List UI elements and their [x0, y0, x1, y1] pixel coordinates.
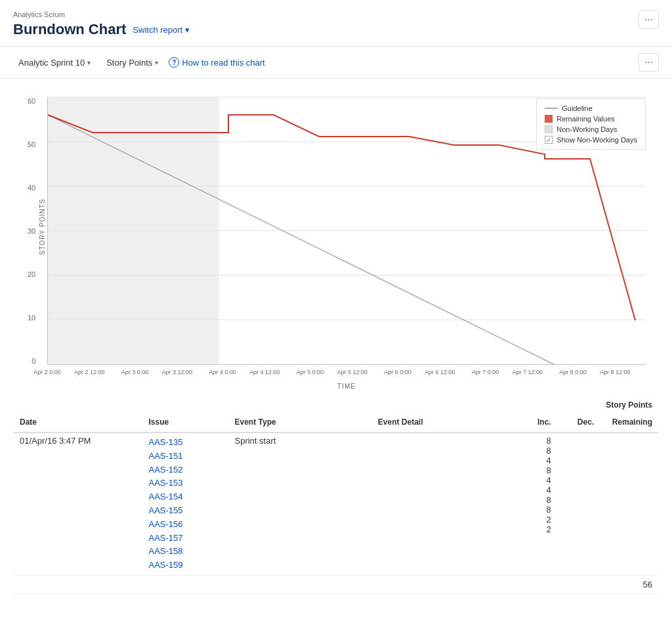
col-header-remaining: Remaining: [600, 412, 659, 433]
x-tick: Apr 2 0:00: [33, 369, 61, 375]
totals-event-detail: [371, 575, 514, 593]
legend-remaining-label: Remaining Values: [556, 115, 614, 123]
x-tick: Apr 7 12:00: [513, 369, 543, 375]
table-section: Story Points Date Issue Event Type Event…: [0, 400, 672, 607]
non-working-icon: [545, 125, 553, 133]
x-tick: Apr 5 0:00: [297, 369, 324, 375]
x-tick: Apr 6 0:00: [384, 369, 411, 375]
how-to-read-label: How to read this chart: [182, 58, 264, 68]
story-points-header: Story Points: [13, 400, 659, 412]
chart-wrapper: STORY POINTS 0 10 20 30 40 50 60: [13, 92, 659, 394]
toolbar: Analytic Sprint 10 ▾ Story Points ▾ ? Ho…: [0, 47, 672, 79]
guideline-icon: [545, 108, 558, 109]
x-tick: Apr 7 0:00: [472, 369, 499, 375]
chart-legend: Guideline Remaining Values Non-Working D…: [536, 98, 646, 150]
show-non-working-checkbox[interactable]: ✓: [545, 136, 553, 144]
switch-report-button[interactable]: Switch report ▾: [133, 25, 189, 35]
x-tick-container: Apr 2 0:00 Apr 2 12:00 Apr 3 0:00 Apr 3 …: [47, 369, 646, 375]
col-header-date: Date: [13, 412, 142, 433]
x-tick: Apr 6 12:00: [425, 369, 455, 375]
issue-link[interactable]: AAS-158: [149, 545, 222, 559]
metric-caret: ▾: [155, 59, 158, 66]
col-header-inc: Inc.: [514, 412, 558, 433]
legend-guideline-label: Guideline: [562, 104, 592, 112]
totals-date: [13, 575, 142, 593]
totals-row: 56: [13, 575, 659, 593]
totals-event-type: [228, 575, 371, 593]
event-date: 01/Apr/16 3:47 PM: [13, 433, 142, 575]
col-header-issue: Issue: [142, 412, 228, 433]
sprint-label: Analytic Sprint 10: [18, 58, 85, 68]
x-tick: Apr 8 0:00: [559, 369, 587, 375]
supertitle: Analytics Scrum: [13, 11, 659, 18]
totals-remaining: 56: [600, 575, 659, 593]
page-title: Burndown Chart: [13, 21, 126, 38]
legend-remaining: Remaining Values: [545, 115, 637, 123]
remaining-icon: [545, 115, 553, 123]
metric-selector[interactable]: Story Points ▾: [101, 55, 163, 70]
legend-non-working: Non-Working Days: [545, 125, 637, 133]
x-tick: Apr 2 12:00: [74, 369, 105, 375]
col-header-event-detail: Event Detail: [371, 412, 514, 433]
show-non-working-label: Show Non-Working Days: [556, 136, 637, 144]
legend-show-non-working[interactable]: ✓ Show Non-Working Days: [545, 136, 637, 144]
event-detail: [371, 433, 514, 575]
legend-guideline: Guideline: [545, 104, 637, 112]
totals-issue: [142, 575, 228, 593]
toolbar-menu-button[interactable]: ···: [639, 53, 659, 72]
y-tick-0: 0: [28, 357, 35, 365]
chart-section: STORY POINTS 0 10 20 30 40 50 60: [0, 79, 672, 400]
legend-non-working-label: Non-Working Days: [556, 125, 617, 133]
issue-link[interactable]: AAS-159: [149, 559, 222, 572]
x-axis-label: TIME: [47, 383, 646, 390]
sprint-caret: ▾: [87, 59, 91, 66]
events-table: Date Issue Event Type Event Detail Inc. …: [13, 412, 659, 594]
totals-inc: [514, 575, 558, 593]
issue-link[interactable]: AAS-151: [149, 450, 222, 463]
event-type: Sprint start: [228, 433, 371, 575]
col-header-event-type: Event Type: [228, 412, 371, 433]
issue-link[interactable]: AAS-154: [149, 490, 222, 504]
y-tick-labels: 0 10 20 30 40 50 60: [28, 97, 35, 365]
y-tick-30: 30: [28, 227, 35, 235]
issue-link[interactable]: AAS-157: [149, 532, 222, 545]
y-tick-20: 20: [28, 270, 35, 278]
how-to-read-button[interactable]: ? How to read this chart: [169, 57, 264, 68]
metric-label: Story Points: [106, 58, 152, 68]
totals-dec: [558, 575, 601, 593]
y-axis-label: STORY POINTS: [39, 199, 46, 255]
x-tick: Apr 4 12:00: [249, 369, 280, 375]
x-tick: Apr 3 0:00: [121, 369, 149, 375]
y-tick-50: 50: [28, 140, 35, 148]
help-icon: ?: [169, 57, 179, 68]
inc-values: 88484 48822: [514, 433, 558, 575]
y-tick-60: 60: [28, 97, 35, 105]
x-tick: Apr 8 12:00: [600, 369, 631, 375]
issue-link[interactable]: AAS-135: [149, 436, 222, 450]
y-tick-40: 40: [28, 184, 35, 192]
header-menu-button[interactable]: ···: [639, 11, 659, 29]
x-tick: Apr 4 0:00: [209, 369, 236, 375]
issue-list: AAS-135 AAS-151 AAS-152 AAS-153 AAS-154 …: [142, 433, 228, 575]
table-header-row: Date Issue Event Type Event Detail Inc. …: [13, 412, 659, 433]
issue-link[interactable]: AAS-152: [149, 463, 222, 477]
issue-link[interactable]: AAS-155: [149, 504, 222, 518]
table-row: 01/Apr/16 3:47 PM AAS-135 AAS-151 AAS-15…: [13, 433, 659, 575]
issue-link[interactable]: AAS-156: [149, 518, 222, 532]
dec-values: [558, 433, 601, 575]
y-tick-10: 10: [28, 314, 35, 322]
sprint-selector[interactable]: Analytic Sprint 10 ▾: [13, 55, 96, 70]
issue-link[interactable]: AAS-153: [149, 477, 222, 490]
col-header-dec: Dec.: [558, 412, 601, 433]
remaining-values: [600, 433, 659, 575]
x-tick: Apr 5 12:00: [337, 369, 368, 375]
x-tick: Apr 3 12:00: [161, 369, 192, 375]
page-header: Analytics Scrum Burndown Chart Switch re…: [0, 0, 672, 47]
svg-rect-7: [48, 97, 219, 364]
